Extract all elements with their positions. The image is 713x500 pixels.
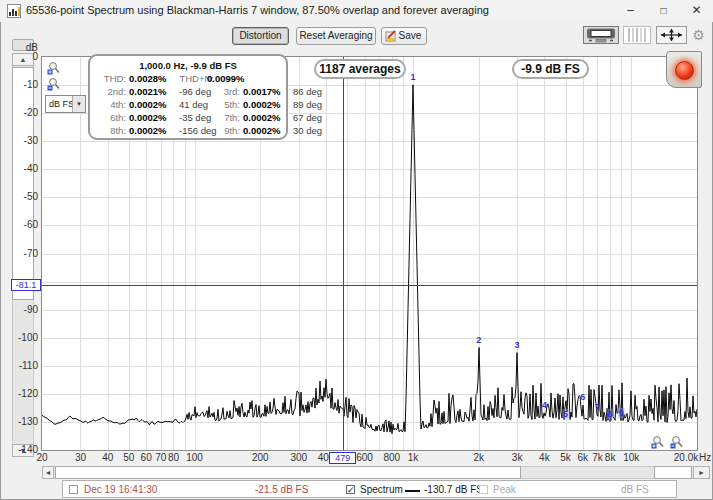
x-axis-label: 7k	[592, 452, 603, 464]
distortion-readout-panel: 1,000.0 Hz, -9.9 dB FS THD: 0.0028% THD+…	[88, 54, 288, 140]
harmonic-marker-6: 6	[579, 392, 586, 402]
y-axis-label: -70	[0, 248, 38, 259]
harmonic-marker-2: 2	[475, 335, 482, 345]
harmonic-marker-8: 8	[607, 409, 614, 419]
thd-row: 4th:0.0002%41 deg5th:0.0002%89 deg	[93, 98, 283, 111]
thd-row: 2nd:0.0021%-96 deg3rd:0.0017%86 deg	[93, 85, 283, 98]
y-axis-label: -120	[0, 388, 38, 399]
x-axis-label: 300	[290, 452, 307, 464]
x-axis-label: 20	[36, 452, 47, 464]
x-axis-label: 20.0k	[674, 452, 698, 464]
harmonic-marker-1: 1	[409, 72, 416, 82]
x-axis-label: 600	[356, 452, 373, 464]
timestamp-checkbox[interactable]	[69, 485, 78, 494]
thd-label: THD:	[93, 72, 129, 85]
x-zoom-in-icon[interactable]	[651, 435, 666, 449]
window-title: 65536-point Spectrum using Blackman-Harr…	[26, 4, 489, 16]
x-axis-label: 50	[123, 452, 134, 464]
x-axis-label: 30	[75, 452, 86, 464]
harmonic-marker-7: 7	[594, 402, 601, 412]
y-zoom-in-icon[interactable]	[47, 61, 61, 75]
y-axis-label: -90	[0, 304, 38, 315]
thdn-value: 0.0099%	[207, 72, 263, 85]
vertical-bars-icon	[624, 27, 650, 43]
minimize-button[interactable]: –	[614, 0, 647, 22]
cross-arrows-icon	[657, 27, 686, 43]
y-axis-label: -130	[0, 416, 38, 427]
settings-gear-icon[interactable]: ⚙	[690, 27, 707, 44]
x-axis-label: 6k	[578, 452, 589, 464]
x-scroll-right-arrow[interactable]: ►	[693, 466, 710, 479]
x-axis-label: 2k	[473, 452, 484, 464]
y-axis-label: -100	[0, 332, 38, 343]
y-axis-label: -60	[0, 219, 38, 230]
spectrum-checkbox[interactable]: ✓	[346, 485, 355, 494]
display-view-button[interactable]	[583, 26, 619, 44]
spectrum-label: Spectrum	[360, 484, 403, 495]
y-axis-label: -140	[0, 444, 38, 455]
close-button[interactable]: ✕	[680, 0, 713, 22]
app-window: 65536-point Spectrum using Blackman-Harr…	[0, 0, 713, 500]
x-axis-label: 10k	[623, 452, 639, 464]
harmonic-marker-9: 9	[618, 408, 625, 418]
harmonic-marker-5: 5	[562, 409, 569, 419]
app-icon	[7, 4, 21, 18]
status-bar: Dec 19 16:41:30 -21.5 dB FS ✓ Spectrum -…	[62, 480, 677, 498]
timestamp-label: Dec 19 16:41:30	[84, 484, 157, 495]
save-icon	[385, 30, 397, 42]
title-bar: 65536-point Spectrum using Blackman-Harr…	[0, 0, 713, 22]
cursor-pan-button[interactable]	[656, 26, 687, 44]
thd-row: 8th:0.0002%-156 deg9th:0.0002%30 deg	[93, 124, 283, 137]
x-axis-label: 70	[155, 452, 166, 464]
x-axis-label: 60	[141, 452, 152, 464]
y-axis-label: -30	[0, 135, 38, 146]
peak-checkbox[interactable]	[479, 485, 488, 494]
x-axis-label: 40	[102, 452, 113, 464]
y-axis-label: -20	[0, 107, 38, 118]
save-button[interactable]: Save	[381, 27, 427, 45]
x-cursor-readout: 479	[329, 452, 356, 464]
maximize-button[interactable]: □	[647, 0, 680, 22]
y-axis-label: 0	[0, 51, 38, 62]
y-axis-label: -40	[0, 163, 38, 174]
x-zoom-out-icon[interactable]	[670, 435, 685, 449]
y-cursor-readout: -81.1	[11, 279, 41, 291]
y-zoom-out-icon[interactable]	[47, 77, 61, 91]
reset-averaging-button[interactable]: Reset Averaging	[296, 27, 376, 45]
x-axis-label: 5k	[560, 452, 571, 464]
record-led-icon	[675, 61, 694, 80]
x-axis-label: 200	[252, 452, 269, 464]
peak-label: Peak	[493, 484, 516, 495]
x-axis-label: 80	[168, 452, 179, 464]
status-unit-label: dB FS	[621, 484, 649, 495]
x-axis-unit: Hz	[699, 452, 711, 463]
record-indicator-button[interactable]	[666, 51, 702, 88]
x-axis-label: 4k	[539, 452, 550, 464]
trace-line-swatch	[405, 490, 420, 492]
level-badge: -9.9 dB FS	[512, 59, 589, 79]
y-axis-label: -50	[0, 191, 38, 202]
harmonic-marker-4: 4	[541, 400, 548, 410]
y-scale-select[interactable]: dB FS ▼	[45, 95, 86, 113]
ref-level-label: -21.5 dB FS	[255, 484, 308, 495]
x-axis-label: 3k	[512, 452, 523, 464]
harmonic-marker-3: 3	[514, 340, 521, 350]
x-axis-label: 800	[383, 452, 400, 464]
x-scroll-left-arrow[interactable]: ◄	[42, 466, 54, 479]
scope-display-icon	[584, 27, 618, 43]
spectrum-level-label: -130.7 dB FS	[424, 484, 483, 495]
spectrogram-view-button[interactable]	[623, 26, 651, 44]
y-axis-label: -10	[0, 79, 38, 90]
spectrum-plot[interactable]: 123456789 dB FS ▼ 1187 averages -9.9 dB …	[42, 57, 697, 450]
x-axis-label: 100	[186, 452, 203, 464]
thd-row: 6th:0.0002%-35 deg7th:0.0002%67 deg	[93, 111, 283, 124]
x-axis-label: 1k	[408, 452, 419, 464]
distortion-button[interactable]: Distortion	[232, 27, 289, 45]
x-range-box[interactable]	[654, 466, 692, 479]
chevron-down-icon: ▼	[72, 96, 85, 112]
y-scrollbar-thumb[interactable]	[12, 67, 34, 300]
thd-header: 1,000.0 Hz, -9.9 dB FS	[93, 59, 283, 72]
x-axis-label: 8k	[605, 452, 616, 464]
averages-badge: 1187 averages	[314, 59, 406, 79]
x-scrollbar-thumb[interactable]	[55, 466, 521, 479]
